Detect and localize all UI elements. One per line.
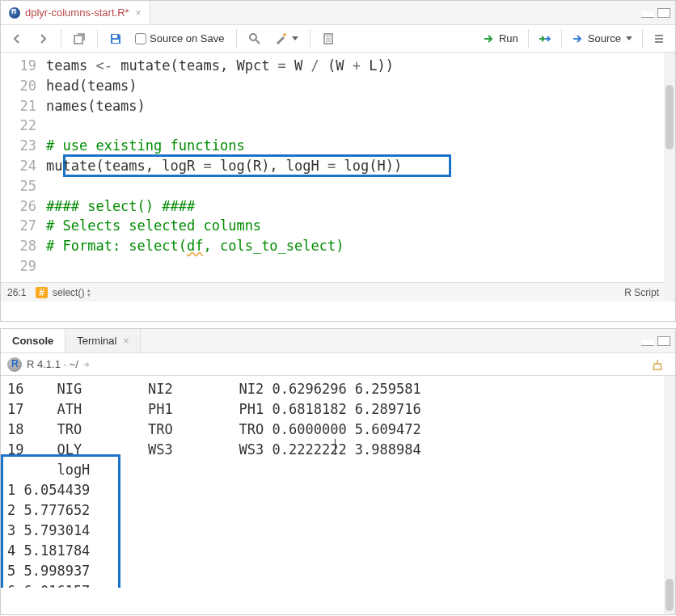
checkbox-icon: [135, 33, 146, 44]
section-name[interactable]: select(): [53, 287, 84, 298]
code-line[interactable]: 22: [1, 116, 675, 136]
chevron-down-icon: [292, 36, 298, 40]
line-content: names(teams): [46, 96, 146, 116]
r-file-icon: [9, 7, 20, 19]
console-output[interactable]: 16 NIG NI2 NI2 0.6296296 6.259581 17 ATH…: [1, 376, 675, 588]
svg-line-4: [256, 40, 260, 44]
close-icon[interactable]: ×: [136, 7, 142, 19]
code-line[interactable]: 19teams <- mutate(teams, Wpct = W / (W +…: [1, 56, 675, 76]
scroll-thumb[interactable]: [665, 85, 674, 150]
terminal-tab[interactable]: Terminal ×: [65, 329, 141, 352]
terminal-tab-label: Terminal: [77, 335, 116, 347]
console-tab-bar: Console Terminal ×: [1, 329, 675, 353]
line-content: #### select() ####: [46, 196, 195, 217]
run-label: Run: [499, 32, 518, 44]
line-content: # Selects selected columns: [46, 216, 261, 236]
code-line[interactable]: 20head(teams): [1, 76, 675, 96]
editor-tab[interactable]: dplyr-columns-start.R* ×: [1, 1, 150, 24]
source-on-save-label: Source on Save: [150, 32, 225, 44]
code-line[interactable]: 21names(teams): [1, 96, 675, 116]
svg-point-5: [283, 33, 286, 36]
code-line[interactable]: 29: [1, 256, 675, 276]
line-number: 25: [1, 176, 46, 196]
code-line[interactable]: 26#### select() ####: [1, 196, 675, 217]
scrollbar[interactable]: [664, 376, 675, 614]
save-button[interactable]: [104, 30, 127, 48]
minimize-icon[interactable]: [641, 340, 654, 346]
source-label: Source: [588, 32, 621, 44]
console-path: R 4.1.1 · ~/: [27, 358, 78, 370]
code-line[interactable]: 24mutate(teams, logR = log(R), logH = lo…: [1, 156, 675, 176]
line-number: 23: [1, 136, 46, 156]
line-number: 28: [1, 236, 46, 256]
code-line[interactable]: 27# Selects selected columns: [1, 216, 675, 236]
line-number: 26: [1, 196, 46, 217]
back-button[interactable]: [6, 30, 28, 48]
scrollbar[interactable]: [664, 53, 675, 302]
close-icon[interactable]: ×: [123, 335, 129, 347]
editor-status-bar: 26:1 # select() ▴▾ R Script ▴▾: [1, 282, 675, 302]
compile-report-button[interactable]: [317, 30, 340, 48]
maximize-icon[interactable]: [657, 8, 670, 18]
line-content: mutate(teams, logR = log(R), logH = log(…: [46, 156, 402, 176]
code-line[interactable]: 28# Format: select(df, cols_to_select): [1, 236, 675, 256]
line-number: 22: [1, 116, 46, 136]
find-button[interactable]: [243, 30, 266, 48]
rerun-button[interactable]: [534, 30, 556, 48]
clear-console-button[interactable]: [646, 356, 669, 373]
text-cursor: [335, 439, 336, 455]
r-logo-icon: [7, 357, 22, 372]
forward-button[interactable]: [32, 30, 54, 48]
line-content: head(teams): [46, 76, 137, 96]
code-editor[interactable]: 19teams <- mutate(teams, Wpct = W / (W +…: [1, 53, 675, 282]
console-tab[interactable]: Console: [1, 329, 65, 352]
line-number: 19: [1, 56, 46, 76]
source-on-save-checkbox[interactable]: Source on Save: [130, 30, 230, 47]
section-badge: #: [36, 287, 48, 298]
line-content: # Format: select(df, cols_to_select): [46, 236, 344, 256]
chevron-down-icon: [626, 36, 632, 40]
line-number: 20: [1, 76, 46, 96]
console-panel: Console Terminal × R 4.1.1 · ~/ 16 NIG N…: [0, 328, 676, 615]
svg-point-3: [250, 34, 256, 40]
code-tools-button[interactable]: [269, 30, 303, 48]
scroll-thumb[interactable]: [665, 579, 674, 611]
svg-rect-0: [74, 36, 82, 44]
editor-tab-bar: dplyr-columns-start.R* ×: [1, 1, 675, 25]
line-content: # use existing functions: [46, 136, 245, 156]
section-nav-icon[interactable]: ▴▾: [87, 288, 91, 297]
svg-rect-1: [112, 35, 117, 38]
line-number: 21: [1, 96, 46, 116]
tab-title: dplyr-columns-start.R*: [25, 6, 129, 19]
maximize-icon[interactable]: [657, 336, 670, 346]
line-number: 24: [1, 156, 46, 176]
minimize-icon[interactable]: [641, 11, 654, 18]
show-in-new-window-button[interactable]: [68, 30, 91, 48]
language-label[interactable]: R Script: [624, 287, 659, 298]
line-number: 29: [1, 256, 46, 276]
outline-button[interactable]: [648, 30, 670, 48]
console-tab-label: Console: [12, 335, 53, 347]
highlight-box-2: [1, 454, 120, 588]
editor-toolbar: Source on Save Run Source: [1, 25, 675, 53]
run-button[interactable]: Run: [478, 30, 523, 48]
editor-panel: dplyr-columns-start.R* × Source on Save: [0, 0, 676, 322]
code-line[interactable]: 23# use existing functions: [1, 136, 675, 156]
line-content: teams <- mutate(teams, Wpct = W / (W + L…: [46, 56, 394, 76]
popout-icon[interactable]: [82, 359, 93, 370]
source-button[interactable]: Source: [567, 30, 637, 48]
cursor-position: 26:1: [7, 287, 26, 298]
console-header: R 4.1.1 · ~/: [1, 353, 675, 376]
line-number: 27: [1, 216, 46, 236]
code-line[interactable]: 25: [1, 176, 675, 196]
svg-rect-2: [112, 40, 119, 43]
